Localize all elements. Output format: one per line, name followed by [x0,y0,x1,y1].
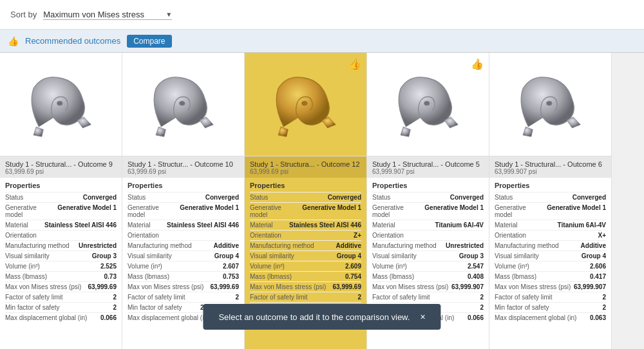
table-row: StatusConverged [495,192,606,202]
prop-value: 2.525 [100,263,117,270]
properties-header: Properties [372,182,484,189]
table-row: Max von Mises stress (psi)63,999.69 [250,281,361,292]
prop-key: Factor of safety limit [5,294,113,301]
prop-value: 2.606 [590,263,606,270]
outcome-card-card-9[interactable]: Study 1 - Structural... - Outcome 963,99… [0,53,122,349]
table-row: Orientation [5,230,117,240]
prop-value: Stainless Steel AISI 446 [44,222,117,229]
prop-value: 0.066 [100,314,117,321]
table-row: MaterialStainless Steel AISI 446 [250,220,361,230]
table-row: Visual similarityGroup 3 [5,250,117,261]
table-row: Max displacement global (in)0.063 [495,312,606,323]
compare-button[interactable]: Compare [127,35,171,48]
prop-value: Generative Model 1 [57,204,117,218]
recommendations-label: Recommended outcomes [25,36,120,46]
prop-value: Converged [328,194,361,201]
card-title-area: Study 1 - Structural... - Outcome 963,99… [0,156,122,178]
prop-key: Manufacturing method [5,242,79,249]
svg-point-3 [424,101,430,106]
prop-value: 0.754 [345,273,361,280]
prop-value: Unrestricted [446,242,484,249]
prop-value: 2 [480,304,484,311]
prop-key: Generative model [5,204,57,218]
prop-value: 0.417 [590,273,606,280]
prop-value: Group 3 [92,252,117,259]
prop-value: X+ [598,232,606,239]
prop-value: Converged [573,194,606,201]
prop-value: 2 [113,294,117,301]
card-subtitle: 63,999.69 psi [5,168,117,175]
prop-value: 63,999.69 [211,283,240,290]
prop-value: 2.547 [468,263,484,270]
table-row: Generative modelGenerative Model 1 [128,202,239,220]
prop-value: Additive [581,242,606,249]
prop-key: Mass (lbmass) [372,273,468,280]
card-image-area: 👍 [367,53,489,156]
prop-value: Generative Model 1 [180,204,239,218]
table-row: Factor of safety limit2 [5,292,117,302]
table-row: Max von Mises stress (psi)63,999.69 [128,281,239,292]
card-title-area: Study 1 - Structura... - Outcome 1263,99… [245,156,366,178]
table-row: Mass (lbmass)0.754 [250,271,361,281]
svg-point-4 [546,101,552,106]
prop-key: Manufacturing method [250,242,336,249]
like-button[interactable]: 👍 [471,58,484,70]
prop-key: Status [250,194,328,201]
table-row: Min factor of safety2 [5,302,117,312]
table-row: Volume (in³)2.525 [5,261,117,271]
prop-key: Max von Mises stress (psi) [128,283,211,290]
table-row: OrientationZ+ [250,230,361,240]
table-row: MaterialTitanium 6Al-4V [495,220,606,230]
prop-key: Factor of safety limit [128,294,235,301]
prop-key: Material [250,222,289,229]
prop-key: Volume (in³) [128,263,223,270]
properties-header: Properties [250,182,361,189]
card-title-area: Study 1 - Structur... - Outcome 1063,999… [122,156,244,178]
table-row: Volume (in³)2.606 [495,261,606,271]
prop-key: Min factor of safety [128,304,200,311]
toast-message: Select an outcome to add it to the compa… [218,312,410,322]
prop-key: Generative model [372,204,424,218]
prop-value: 0.408 [468,273,484,280]
prop-key: Status [495,194,573,201]
table-row: Min factor of safety2 [495,302,606,312]
prop-value: 63,999.907 [574,283,606,290]
prop-key: Max von Mises stress (psi) [495,283,574,290]
svg-point-2 [301,101,307,106]
card-title-area: Study 1 - Structural... - Outcome 563,99… [367,156,489,178]
table-row: StatusConverged [128,192,239,202]
prop-value: 2 [113,304,117,311]
prop-value: 63,999.907 [451,283,484,290]
table-row: Generative modelGenerative Model 1 [372,202,484,220]
prop-key: Generative model [495,204,547,218]
prop-value: 2 [357,294,361,301]
prop-key: Factor of safety limit [495,294,602,301]
table-row: Volume (in³)2.547 [372,261,484,271]
prop-value: Generative Model 1 [424,204,484,218]
prop-value: Stainless Steel AISI 446 [289,222,361,229]
prop-value: 0.73 [104,273,117,280]
prop-value: 2.609 [345,263,361,270]
table-row: Volume (in³)2.609 [250,261,361,271]
prop-value: Additive [214,242,239,249]
table-row: Mass (lbmass)0.753 [128,271,239,281]
prop-value: Generative Model 1 [547,204,606,218]
table-row: Manufacturing methodAdditive [128,240,239,250]
outcome-card-card-6[interactable]: Study 1 - Structural... - Outcome 663,99… [489,53,612,349]
svg-point-1 [179,101,185,106]
prop-value: Generative Model 1 [302,204,361,218]
table-row: Visual similarityGroup 3 [372,250,484,261]
prop-key: Mass (lbmass) [495,273,590,280]
prop-key: Generative model [250,204,302,218]
sort-select[interactable]: Maximum von Mises stressMassFactor of sa… [43,10,172,20]
table-row: Visual similarityGroup 4 [495,250,606,261]
like-button[interactable]: 👍 [348,58,361,70]
table-row: Max displacement global (in)0.066 [5,312,117,323]
toast-close-button[interactable]: × [420,312,425,322]
card-title: Study 1 - Structural... - Outcome 9 [5,160,117,168]
table-row: StatusConverged [5,192,117,202]
prop-value: Titanium 6Al-4V [558,222,606,229]
prop-value: Unrestricted [79,242,117,249]
toast-notification: Select an outcome to add it to the compa… [203,304,440,330]
card-title: Study 1 - Structur... - Outcome 10 [128,160,239,168]
